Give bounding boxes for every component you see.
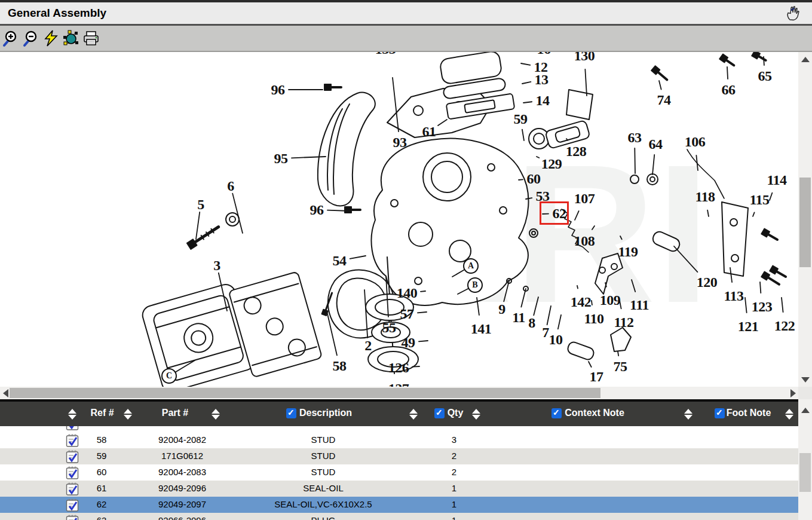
diagram-hscroll-thumb[interactable] [10, 388, 600, 398]
part-label-140[interactable]: 140 [397, 285, 418, 301]
part-label-108[interactable]: 108 [574, 233, 595, 249]
part-label-126[interactable]: 126 [388, 360, 409, 376]
part-label-16[interactable]: 16 [537, 52, 551, 57]
row-select-icon-button[interactable] [66, 433, 79, 448]
part-label-95[interactable]: 95 [274, 151, 288, 167]
column-checkbox-foot-note[interactable] [715, 408, 725, 418]
sort-arrows-icon[interactable] [785, 409, 793, 420]
part-label-115[interactable]: 115 [749, 192, 769, 208]
part-label-133[interactable]: 133 [375, 52, 396, 57]
column-checkbox-description[interactable] [286, 408, 296, 418]
part-label-60[interactable]: 60 [527, 171, 541, 187]
part-label-59[interactable]: 59 [514, 111, 528, 127]
part-label-107[interactable]: 107 [574, 191, 595, 207]
table-row-ref-62[interactable]: 6292049-2097SEAL-OIL,VC-6X10X2.51 [0, 497, 798, 513]
sort-arrows-icon[interactable] [472, 409, 480, 420]
part-label-74[interactable]: 74 [657, 92, 671, 108]
part-label-64[interactable]: 64 [649, 136, 663, 152]
diagram-scroll-down-button[interactable] [798, 374, 812, 386]
part-label-54[interactable]: 54 [333, 253, 347, 269]
row-select-icon-button[interactable] [66, 482, 79, 496]
sort-arrows-icon[interactable] [124, 409, 132, 420]
part-label-109[interactable]: 109 [600, 292, 621, 308]
table-row-ref-58[interactable]: 5892004-2082STUD3 [0, 432, 798, 448]
part-label-49[interactable]: 49 [402, 335, 415, 351]
part-label-106[interactable]: 106 [685, 134, 706, 150]
column-checkbox-qty[interactable] [434, 408, 445, 418]
part-label-65[interactable]: 65 [758, 68, 772, 84]
part-label-120[interactable]: 120 [697, 274, 718, 290]
part-label-96[interactable]: 96 [310, 202, 324, 218]
part-label-128[interactable]: 128 [566, 143, 587, 160]
print-button[interactable] [82, 29, 100, 47]
part-label-130[interactable]: 130 [574, 52, 595, 64]
part-label-113[interactable]: 113 [724, 288, 743, 304]
column-checkbox-context-note[interactable] [551, 408, 562, 418]
part-label-55[interactable]: 55 [382, 320, 396, 336]
diagram-vscrollbar[interactable] [798, 52, 812, 387]
part-label-63[interactable]: 63 [628, 130, 642, 146]
part-label-114[interactable]: 114 [767, 172, 786, 188]
row-select-icon-button[interactable] [66, 466, 79, 480]
part-label-6[interactable]: 6 [227, 178, 234, 194]
part-label-93[interactable]: 93 [393, 134, 407, 151]
part-label-53[interactable]: 53 [536, 188, 550, 204]
part-label-57[interactable]: 57 [400, 306, 414, 322]
column-header-foot-note[interactable]: Foot Note [727, 408, 771, 418]
part-label-111[interactable]: 111 [630, 297, 649, 313]
part-label-142[interactable]: 142 [571, 294, 592, 310]
part-label-62[interactable]: 62 [553, 206, 566, 222]
part-label-127[interactable]: 127 [388, 381, 409, 387]
row-select-icon-button[interactable] [66, 449, 79, 464]
part-label-112[interactable]: 112 [614, 314, 633, 331]
row-select-icon-button[interactable] [66, 498, 79, 512]
part-label-66[interactable]: 66 [722, 82, 736, 98]
column-header-part-#[interactable]: Part # [162, 408, 188, 418]
part-label-110[interactable]: 110 [584, 311, 603, 327]
part-label-75[interactable]: 75 [614, 359, 627, 375]
diagram-scroll-up-button[interactable] [798, 53, 812, 65]
part-label-122[interactable]: 122 [774, 318, 795, 334]
table-vscroll-thumb[interactable] [799, 453, 811, 492]
part-label-61[interactable]: 61 [422, 124, 436, 140]
part-label-17[interactable]: 17 [590, 369, 603, 385]
table-vscrollbar[interactable] [798, 399, 812, 520]
callout-B[interactable]: B [467, 277, 483, 293]
part-label-9[interactable]: 9 [498, 301, 505, 317]
part-label-118[interactable]: 118 [695, 189, 715, 205]
part-label-14[interactable]: 14 [536, 93, 550, 109]
column-header-description[interactable]: Description [299, 408, 352, 418]
diagram-scroll-right-button[interactable] [788, 387, 798, 399]
diagram-vscroll-thumb[interactable] [799, 178, 811, 267]
part-label-58[interactable]: 58 [333, 358, 347, 374]
part-label-3[interactable]: 3 [213, 258, 220, 274]
diagram-canvas[interactable]: ARI [0, 52, 798, 387]
part-label-11[interactable]: 11 [512, 310, 525, 326]
callout-C[interactable]: C [161, 368, 177, 384]
part-label-2[interactable]: 2 [364, 338, 372, 354]
sort-arrows-icon[interactable] [684, 409, 693, 420]
part-label-7[interactable]: 7 [542, 325, 549, 341]
part-label-10[interactable]: 10 [549, 332, 563, 348]
diagram-hscrollbar[interactable] [0, 387, 798, 399]
part-label-123[interactable]: 123 [752, 299, 773, 315]
part-label-121[interactable]: 121 [738, 319, 759, 335]
hand-tool-button[interactable] [785, 5, 801, 22]
table-scroll-up-button[interactable] [798, 404, 812, 416]
zoom-in-button[interactable] [2, 29, 20, 47]
sort-arrows-icon[interactable] [212, 409, 220, 420]
part-label-8[interactable]: 8 [528, 315, 535, 331]
part-label-119[interactable]: 119 [618, 244, 638, 260]
table-row-ref-59[interactable]: 59171G0612STUD2 [0, 448, 798, 464]
sort-arrows-icon[interactable] [409, 409, 418, 420]
hotspots-button[interactable] [62, 29, 80, 47]
part-label-5[interactable]: 5 [197, 197, 204, 213]
table-row-ref-61[interactable]: 6192049-2096SEAL-OIL1 [0, 481, 798, 497]
callout-A[interactable]: A [463, 258, 479, 274]
column-header-qty[interactable]: Qty [448, 408, 464, 418]
redraw-button[interactable] [42, 29, 60, 47]
column-header-ref-#[interactable]: Ref # [90, 408, 114, 418]
column-header-context-note[interactable]: Context Note [565, 408, 624, 418]
sort-arrows-icon[interactable] [68, 409, 76, 420]
part-label-96[interactable]: 96 [271, 82, 285, 98]
